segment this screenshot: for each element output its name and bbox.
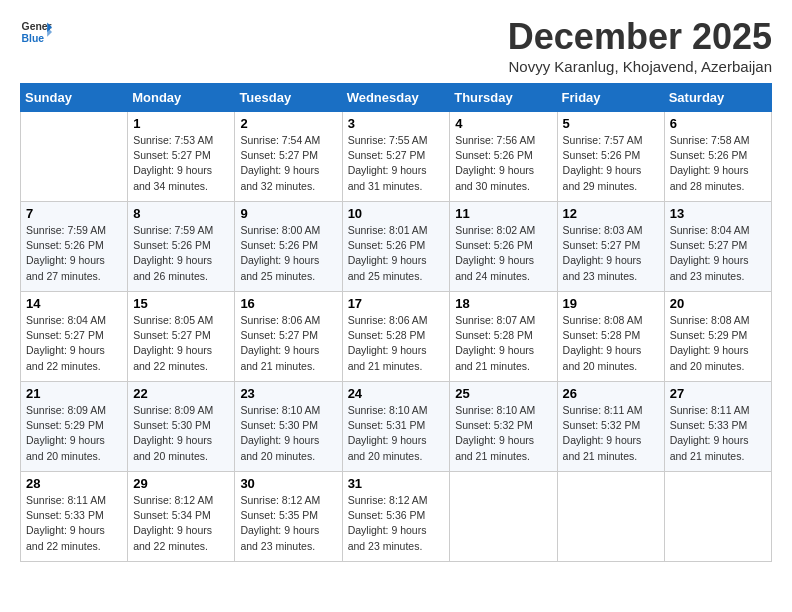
day-info: Sunrise: 8:06 AMSunset: 5:27 PMDaylight:… [240,313,336,374]
location: Novyy Karanlug, Khojavend, Azerbaijan [508,58,772,75]
title-block: December 2025 Novyy Karanlug, Khojavend,… [508,16,772,75]
day-info: Sunrise: 7:59 AMSunset: 5:26 PMDaylight:… [26,223,122,284]
calendar-cell: 31Sunrise: 8:12 AMSunset: 5:36 PMDayligh… [342,472,450,562]
calendar-cell: 7Sunrise: 7:59 AMSunset: 5:26 PMDaylight… [21,202,128,292]
day-info: Sunrise: 8:11 AMSunset: 5:32 PMDaylight:… [563,403,659,464]
day-info: Sunrise: 8:10 AMSunset: 5:31 PMDaylight:… [348,403,445,464]
calendar-cell: 9Sunrise: 8:00 AMSunset: 5:26 PMDaylight… [235,202,342,292]
calendar-cell: 12Sunrise: 8:03 AMSunset: 5:27 PMDayligh… [557,202,664,292]
calendar-cell: 19Sunrise: 8:08 AMSunset: 5:28 PMDayligh… [557,292,664,382]
calendar-week-row: 28Sunrise: 8:11 AMSunset: 5:33 PMDayligh… [21,472,772,562]
day-number: 9 [240,206,336,221]
day-number: 22 [133,386,229,401]
calendar-cell: 13Sunrise: 8:04 AMSunset: 5:27 PMDayligh… [664,202,771,292]
calendar-cell: 6Sunrise: 7:58 AMSunset: 5:26 PMDaylight… [664,112,771,202]
calendar-cell: 25Sunrise: 8:10 AMSunset: 5:32 PMDayligh… [450,382,557,472]
day-number: 6 [670,116,766,131]
day-info: Sunrise: 8:08 AMSunset: 5:28 PMDaylight:… [563,313,659,374]
day-number: 2 [240,116,336,131]
weekday-header: Thursday [450,84,557,112]
day-number: 1 [133,116,229,131]
day-number: 30 [240,476,336,491]
logo-icon: General Blue [20,16,52,48]
day-number: 23 [240,386,336,401]
calendar-cell: 17Sunrise: 8:06 AMSunset: 5:28 PMDayligh… [342,292,450,382]
day-number: 10 [348,206,445,221]
calendar-cell: 22Sunrise: 8:09 AMSunset: 5:30 PMDayligh… [128,382,235,472]
day-number: 16 [240,296,336,311]
day-number: 19 [563,296,659,311]
weekday-header: Tuesday [235,84,342,112]
day-info: Sunrise: 8:11 AMSunset: 5:33 PMDaylight:… [26,493,122,554]
day-info: Sunrise: 8:11 AMSunset: 5:33 PMDaylight:… [670,403,766,464]
day-number: 11 [455,206,551,221]
day-info: Sunrise: 8:03 AMSunset: 5:27 PMDaylight:… [563,223,659,284]
day-info: Sunrise: 8:12 AMSunset: 5:36 PMDaylight:… [348,493,445,554]
day-info: Sunrise: 8:09 AMSunset: 5:30 PMDaylight:… [133,403,229,464]
day-number: 24 [348,386,445,401]
day-info: Sunrise: 7:54 AMSunset: 5:27 PMDaylight:… [240,133,336,194]
calendar-table: SundayMondayTuesdayWednesdayThursdayFrid… [20,83,772,562]
day-info: Sunrise: 8:02 AMSunset: 5:26 PMDaylight:… [455,223,551,284]
calendar-cell: 11Sunrise: 8:02 AMSunset: 5:26 PMDayligh… [450,202,557,292]
day-info: Sunrise: 8:04 AMSunset: 5:27 PMDaylight:… [26,313,122,374]
calendar-cell: 8Sunrise: 7:59 AMSunset: 5:26 PMDaylight… [128,202,235,292]
weekday-header-row: SundayMondayTuesdayWednesdayThursdayFrid… [21,84,772,112]
calendar-cell [664,472,771,562]
calendar-cell: 21Sunrise: 8:09 AMSunset: 5:29 PMDayligh… [21,382,128,472]
day-info: Sunrise: 7:58 AMSunset: 5:26 PMDaylight:… [670,133,766,194]
day-info: Sunrise: 7:56 AMSunset: 5:26 PMDaylight:… [455,133,551,194]
day-info: Sunrise: 8:04 AMSunset: 5:27 PMDaylight:… [670,223,766,284]
calendar-week-row: 21Sunrise: 8:09 AMSunset: 5:29 PMDayligh… [21,382,772,472]
logo: General Blue [20,16,52,48]
day-number: 7 [26,206,122,221]
calendar-cell: 18Sunrise: 8:07 AMSunset: 5:28 PMDayligh… [450,292,557,382]
weekday-header: Saturday [664,84,771,112]
month-title: December 2025 [508,16,772,58]
day-info: Sunrise: 8:01 AMSunset: 5:26 PMDaylight:… [348,223,445,284]
day-number: 20 [670,296,766,311]
calendar-cell: 29Sunrise: 8:12 AMSunset: 5:34 PMDayligh… [128,472,235,562]
day-number: 18 [455,296,551,311]
calendar-cell: 10Sunrise: 8:01 AMSunset: 5:26 PMDayligh… [342,202,450,292]
day-info: Sunrise: 8:06 AMSunset: 5:28 PMDaylight:… [348,313,445,374]
day-info: Sunrise: 8:07 AMSunset: 5:28 PMDaylight:… [455,313,551,374]
calendar-cell [557,472,664,562]
calendar-cell: 26Sunrise: 8:11 AMSunset: 5:32 PMDayligh… [557,382,664,472]
calendar-cell [450,472,557,562]
day-number: 31 [348,476,445,491]
day-info: Sunrise: 8:10 AMSunset: 5:32 PMDaylight:… [455,403,551,464]
calendar-cell: 5Sunrise: 7:57 AMSunset: 5:26 PMDaylight… [557,112,664,202]
calendar-cell: 27Sunrise: 8:11 AMSunset: 5:33 PMDayligh… [664,382,771,472]
day-info: Sunrise: 8:12 AMSunset: 5:35 PMDaylight:… [240,493,336,554]
calendar-cell: 3Sunrise: 7:55 AMSunset: 5:27 PMDaylight… [342,112,450,202]
day-number: 5 [563,116,659,131]
day-info: Sunrise: 7:59 AMSunset: 5:26 PMDaylight:… [133,223,229,284]
day-number: 25 [455,386,551,401]
day-number: 3 [348,116,445,131]
calendar-week-row: 7Sunrise: 7:59 AMSunset: 5:26 PMDaylight… [21,202,772,292]
calendar-cell: 16Sunrise: 8:06 AMSunset: 5:27 PMDayligh… [235,292,342,382]
weekday-header: Sunday [21,84,128,112]
day-number: 26 [563,386,659,401]
day-info: Sunrise: 7:55 AMSunset: 5:27 PMDaylight:… [348,133,445,194]
calendar-cell: 15Sunrise: 8:05 AMSunset: 5:27 PMDayligh… [128,292,235,382]
weekday-header: Wednesday [342,84,450,112]
calendar-week-row: 1Sunrise: 7:53 AMSunset: 5:27 PMDaylight… [21,112,772,202]
calendar-cell: 1Sunrise: 7:53 AMSunset: 5:27 PMDaylight… [128,112,235,202]
calendar-cell: 28Sunrise: 8:11 AMSunset: 5:33 PMDayligh… [21,472,128,562]
day-number: 8 [133,206,229,221]
day-number: 29 [133,476,229,491]
day-info: Sunrise: 8:00 AMSunset: 5:26 PMDaylight:… [240,223,336,284]
calendar-cell [21,112,128,202]
day-info: Sunrise: 7:57 AMSunset: 5:26 PMDaylight:… [563,133,659,194]
day-number: 13 [670,206,766,221]
calendar-cell: 2Sunrise: 7:54 AMSunset: 5:27 PMDaylight… [235,112,342,202]
day-number: 21 [26,386,122,401]
day-number: 28 [26,476,122,491]
calendar-cell: 23Sunrise: 8:10 AMSunset: 5:30 PMDayligh… [235,382,342,472]
weekday-header: Monday [128,84,235,112]
calendar-cell: 14Sunrise: 8:04 AMSunset: 5:27 PMDayligh… [21,292,128,382]
calendar-cell: 4Sunrise: 7:56 AMSunset: 5:26 PMDaylight… [450,112,557,202]
day-info: Sunrise: 8:12 AMSunset: 5:34 PMDaylight:… [133,493,229,554]
